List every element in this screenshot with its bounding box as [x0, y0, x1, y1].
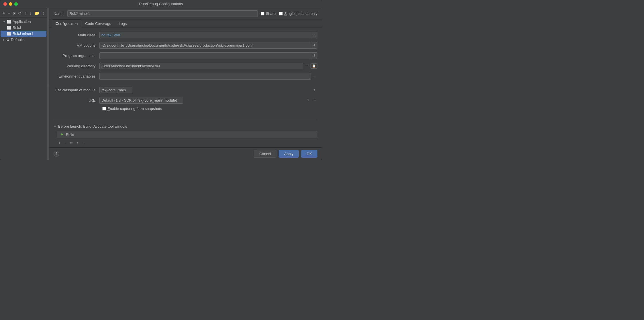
jre-row: JRE: Default (1.8 - SDK of 'rskj-core_ma… — [54, 96, 317, 104]
vm-options-input-group: ⬇ — [99, 42, 317, 49]
launch-up-button[interactable]: ↑ — [75, 140, 80, 146]
share-checkbox-label[interactable]: Share — [261, 11, 276, 16]
rskj-label: RskJ — [13, 25, 21, 30]
working-dir-dots-button[interactable]: ··· — [304, 63, 309, 68]
classpath-label: Use classpath of module: — [54, 88, 99, 92]
sidebar-item-defaults[interactable]: ▶ ⚙ Defaults — [1, 37, 46, 43]
window-title: Run/Debug Configurations — [139, 2, 183, 6]
env-vars-input-group: ··· — [99, 73, 317, 80]
enable-snapshots-text: Enable capturing form snapshots — [107, 106, 162, 111]
enable-snapshots-checkbox[interactable] — [102, 107, 106, 110]
application-icon: ⬜ — [7, 20, 11, 24]
tab-code-coverage[interactable]: Code Coverage — [81, 19, 115, 27]
help-button[interactable]: ? — [54, 151, 59, 157]
jre-dots-button[interactable]: ··· — [312, 98, 317, 103]
footer-wrapper: ? Cancel Apply OK — [49, 147, 322, 160]
application-label: Application — [13, 19, 31, 24]
apply-button[interactable]: Apply — [279, 150, 299, 158]
titlebar-buttons — [3, 2, 18, 6]
vm-options-row: VM options: ⬇ — [54, 41, 317, 49]
sidebar-item-rskj-miner1[interactable]: ⬜ RskJ miner1 — [1, 31, 46, 37]
enable-snapshots-row: Enable capturing form snapshots — [54, 106, 317, 111]
main-class-input[interactable] — [99, 32, 311, 38]
env-vars-row: Environment variables: ··· — [54, 72, 317, 80]
build-label: Build — [66, 133, 74, 137]
sidebar-item-application[interactable]: ▼ ⬜ Application — [1, 19, 46, 25]
share-area: Share Single instance only — [261, 11, 317, 16]
vm-options-label: VM options: — [54, 43, 99, 48]
classpath-select[interactable]: rskj-core_main — [99, 87, 132, 93]
launch-toolbar: + − ✏ ↑ ↓ — [57, 140, 317, 146]
ok-button[interactable]: OK — [301, 150, 317, 158]
single-instance-checkbox-label[interactable]: Single instance only — [279, 11, 317, 16]
working-dir-row: Working directory: ··· 📋 — [54, 62, 317, 70]
working-dir-input[interactable] — [99, 63, 303, 69]
main-class-input-group: ··· — [99, 32, 317, 38]
classpath-row: Use classpath of module: rskj-core_main — [54, 86, 317, 94]
sidebar-toolbar: + − ⎘ ⚙ ↑ ↓ 📁 ↕ — [0, 9, 47, 17]
launch-add-button[interactable]: + — [57, 140, 62, 146]
minimize-button[interactable] — [9, 2, 12, 6]
before-launch-label: Before launch: Build, Activate tool wind… — [58, 124, 127, 129]
remove-config-button[interactable]: − — [7, 10, 11, 16]
launch-remove-button[interactable]: − — [63, 140, 67, 146]
before-launch-header: ▼ Before launch: Build, Activate tool wi… — [54, 124, 317, 129]
program-args-input-group: ⬇ — [99, 52, 317, 59]
tab-bar: Configuration Code Coverage Logs — [49, 19, 322, 27]
content-area: Name: Share Single instance only Configu… — [49, 8, 322, 160]
gear-button[interactable]: ⚙ — [17, 10, 23, 16]
vm-options-input[interactable] — [99, 42, 311, 49]
dialog-footer: ? Cancel Apply OK — [49, 147, 322, 160]
share-checkbox[interactable] — [261, 12, 264, 15]
run-debug-configurations-dialog: Run/Debug Configurations + − ⎘ ⚙ ↑ ↓ 📁 ↕… — [0, 0, 322, 160]
tab-logs[interactable]: Logs — [115, 19, 130, 27]
cancel-button[interactable]: Cancel — [254, 150, 276, 158]
sort-button[interactable]: ↕ — [41, 10, 45, 16]
launch-down-button[interactable]: ↓ — [81, 140, 85, 146]
defaults-label: Defaults — [11, 37, 25, 42]
before-launch-arrow-icon: ▼ — [54, 125, 56, 128]
main-class-label: Main class: — [54, 33, 99, 37]
configuration-form: Main class: ··· VM options: ⬇ — [49, 27, 322, 147]
move-down-button[interactable]: ↓ — [29, 10, 32, 16]
build-launch-item[interactable]: ⚑ Build — [57, 131, 317, 138]
main-layout: + − ⎘ ⚙ ↑ ↓ 📁 ↕ ▼ ⬜ Application ⬜ RskJ ⬜ — [0, 8, 322, 160]
single-instance-checkbox[interactable] — [279, 12, 283, 15]
add-config-button[interactable]: + — [2, 10, 6, 16]
titlebar: Run/Debug Configurations — [0, 0, 322, 8]
program-args-row: Program arguments: ⬇ — [54, 52, 317, 60]
maximize-button[interactable] — [14, 2, 18, 6]
classpath-select-wrapper: rskj-core_main — [99, 87, 317, 93]
rskj-miner1-label: RskJ miner1 — [13, 31, 33, 36]
program-args-expand-button[interactable]: ⬇ — [311, 52, 317, 59]
env-vars-dots-button[interactable]: ··· — [312, 74, 317, 79]
share-label: Share — [266, 11, 276, 16]
tab-configuration[interactable]: Configuration — [52, 19, 81, 27]
sidebar-item-rskj[interactable]: ⬜ RskJ — [1, 25, 46, 31]
program-args-input[interactable] — [99, 52, 311, 59]
enable-snapshots-label[interactable]: Enable capturing form snapshots — [102, 106, 162, 111]
jre-select-wrapper: Default (1.8 - SDK of 'rskj-core_main' m… — [99, 97, 311, 104]
config-header: Name: Share Single instance only — [49, 8, 322, 19]
config-icon: ⬜ — [7, 26, 11, 30]
defaults-icon: ⚙ — [6, 38, 9, 42]
working-dir-input-group: ··· 📋 — [99, 63, 317, 69]
jre-label: JRE: — [54, 98, 99, 102]
new-folder-button[interactable]: 📁 — [34, 10, 40, 16]
close-button[interactable] — [3, 2, 7, 6]
env-vars-label: Environment variables: — [54, 74, 99, 78]
vm-options-expand-button[interactable]: ⬇ — [311, 42, 317, 49]
name-input[interactable] — [67, 10, 258, 17]
working-dir-label: Working directory: — [54, 64, 99, 68]
arrow-down-icon: ▼ — [3, 20, 5, 23]
move-up-button[interactable]: ↑ — [24, 10, 28, 16]
copy-config-button[interactable]: ⎘ — [12, 10, 16, 16]
main-class-browse-button[interactable]: ··· — [311, 32, 317, 38]
env-vars-input[interactable] — [99, 73, 311, 80]
program-args-label: Program arguments: — [54, 54, 99, 58]
jre-input-group: Default (1.8 - SDK of 'rskj-core_main' m… — [99, 97, 317, 104]
working-dir-folder-button[interactable]: 📋 — [311, 63, 317, 69]
jre-select[interactable]: Default (1.8 - SDK of 'rskj-core_main' m… — [99, 97, 183, 104]
main-class-row: Main class: ··· — [54, 31, 317, 39]
launch-edit-button[interactable]: ✏ — [68, 140, 74, 146]
